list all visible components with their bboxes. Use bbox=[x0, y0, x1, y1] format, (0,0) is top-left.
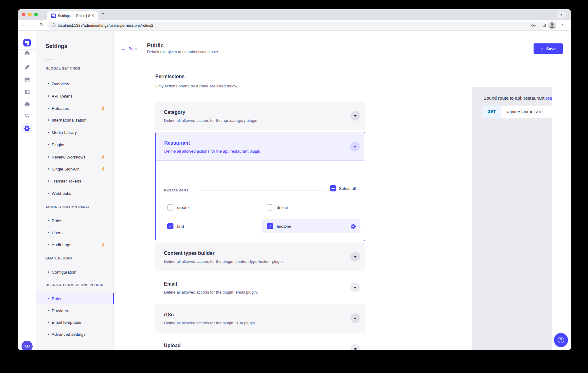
content-manager-feather-icon[interactable] bbox=[24, 64, 30, 70]
expand-chevron-button[interactable] bbox=[350, 344, 360, 350]
sidebar-item-roles-active[interactable]: Roles bbox=[36, 293, 114, 304]
sidebar-item-releases[interactable]: Releases bbox=[36, 102, 114, 114]
select-all-checkbox[interactable] bbox=[330, 185, 336, 191]
expand-chevron-button[interactable] bbox=[350, 283, 360, 292]
select-all-label: Select all bbox=[339, 186, 356, 191]
expand-chevron-button[interactable] bbox=[350, 111, 360, 121]
page-subtitle: Default role given to unauthenticated us… bbox=[147, 50, 219, 54]
sidebar-item-plugins[interactable]: Plugins bbox=[36, 139, 114, 150]
checkbox-delete-label: delete bbox=[277, 205, 288, 210]
close-window-button[interactable] bbox=[22, 13, 26, 16]
checkbox-findone-label: findOne bbox=[277, 224, 291, 229]
sidebar-item-review-workflows[interactable]: Review Workflows bbox=[36, 151, 114, 163]
expand-chevron-button[interactable] bbox=[350, 313, 360, 323]
sidebar-item-audit-logs[interactable]: Audit Logs bbox=[36, 239, 114, 251]
site-info-icon[interactable]: ⓘ bbox=[52, 23, 56, 28]
settings-gear-icon bbox=[24, 125, 30, 131]
accordion-restaurant-header[interactable]: Restaurant Define all allowed actions fo… bbox=[156, 132, 365, 161]
sidebar-item-advanced-settings[interactable]: Advanced settings bbox=[36, 328, 114, 340]
media-library-image-icon[interactable] bbox=[24, 76, 30, 82]
permissions-subtitle: Only actions bound by a route are listed… bbox=[155, 84, 238, 88]
check-icon: ✓ bbox=[541, 46, 544, 51]
checkbox-delete[interactable] bbox=[267, 204, 273, 211]
browser-window: Settings — Roles | Strapi ✕ + ▼ ← → ↻ ⓘ … bbox=[18, 9, 571, 350]
minimize-window-button[interactable] bbox=[28, 13, 32, 16]
home-icon[interactable] bbox=[24, 50, 30, 56]
address-bar[interactable]: ⓘ localhost:1337/admin/settings/users-pe… bbox=[47, 22, 545, 30]
sidebar-item-providers[interactable]: Providers bbox=[36, 305, 114, 316]
save-button[interactable]: ✓Save bbox=[534, 43, 563, 54]
chevron-down-icon bbox=[354, 287, 357, 289]
page-title: Public bbox=[147, 42, 164, 49]
checkbox-find-label: find bbox=[177, 224, 184, 229]
user-avatar[interactable]: KD bbox=[22, 341, 33, 350]
back-icon[interactable]: ← bbox=[22, 22, 26, 27]
forward-icon[interactable]: → bbox=[31, 22, 35, 27]
strapi-app: KD Settings GLOBAL SETTINGS Overview API… bbox=[18, 31, 571, 350]
screen-background: Settings — Roles | Strapi ✕ + ▼ ← → ↻ ⓘ … bbox=[0, 0, 588, 373]
accordion-category[interactable]: Category Define all allowed actions for … bbox=[155, 102, 365, 130]
sidebar-item-admin-roles[interactable]: Roles bbox=[36, 215, 114, 227]
settings-nav-item[interactable] bbox=[22, 123, 32, 133]
restaurant-group-label: RESTAURANT bbox=[164, 188, 189, 192]
route-path: /api/restaurants/:id bbox=[507, 109, 542, 114]
cloud-icon[interactable] bbox=[24, 101, 30, 107]
sidebar-item-single-sign-on[interactable]: Single Sign-On bbox=[36, 163, 114, 175]
new-tab-button[interactable]: + bbox=[101, 10, 105, 17]
section-global-settings: GLOBAL SETTINGS bbox=[46, 66, 80, 71]
sidebar-item-internationalization[interactable]: Internationalization bbox=[36, 114, 114, 126]
divider bbox=[200, 190, 326, 191]
tab-title: Settings — Roles | Strapi bbox=[58, 14, 90, 18]
settings-sidebar: Settings GLOBAL SETTINGS Overview API To… bbox=[36, 31, 114, 350]
checkbox-create-label: create bbox=[177, 205, 189, 210]
accordion-upload[interactable]: Upload bbox=[155, 335, 365, 350]
sidebar-item-users[interactable]: Users bbox=[36, 227, 114, 239]
marketplace-cart-icon[interactable] bbox=[24, 113, 30, 119]
selected-action-row-findone[interactable]: ✓ findOne bbox=[262, 219, 360, 233]
content-type-builder-layout-icon[interactable] bbox=[24, 89, 30, 95]
sidebar-item-overview[interactable]: Overview bbox=[36, 78, 114, 90]
reload-icon[interactable]: ↻ bbox=[40, 22, 44, 28]
bolt-icon bbox=[101, 155, 105, 159]
checkbox-findone[interactable]: ✓ bbox=[267, 223, 273, 229]
strapi-favicon-icon bbox=[51, 14, 56, 18]
settings-sidebar-title: Settings bbox=[46, 43, 67, 50]
maximize-window-button[interactable] bbox=[34, 13, 38, 16]
accordion-restaurant: Restaurant Define all allowed actions fo… bbox=[155, 132, 365, 241]
sidebar-item-configuration[interactable]: Configuration bbox=[36, 266, 114, 278]
checkbox-create[interactable] bbox=[167, 204, 173, 211]
tab-strip: Settings — Roles | Strapi ✕ + ▼ bbox=[18, 9, 571, 20]
sidebar-item-media-library[interactable]: Media Library bbox=[36, 126, 114, 138]
browser-tab[interactable]: Settings — Roles | Strapi ✕ bbox=[47, 11, 98, 20]
strapi-logo[interactable] bbox=[23, 39, 31, 46]
expand-chevron-button[interactable] bbox=[350, 252, 360, 262]
zoom-icon[interactable] bbox=[542, 23, 547, 28]
collapse-chevron-button[interactable] bbox=[350, 142, 360, 151]
password-key-icon[interactable] bbox=[531, 23, 536, 28]
tab-search-chevron-icon[interactable]: ▼ bbox=[557, 11, 566, 18]
browser-menu-icon[interactable]: ⋮ bbox=[560, 22, 565, 27]
accordion-email[interactable]: Email Define all allowed actions for the… bbox=[155, 273, 365, 302]
main-nav-rail: KD bbox=[18, 31, 36, 350]
back-link[interactable]: ←Back bbox=[121, 46, 137, 51]
sidebar-item-transfer-tokens[interactable]: Transfer Tokens bbox=[36, 175, 114, 187]
chevron-down-icon bbox=[354, 318, 357, 319]
help-button[interactable]: ? bbox=[554, 333, 568, 347]
bolt-icon bbox=[101, 167, 105, 171]
checkbox-find[interactable]: ✓ bbox=[167, 223, 173, 229]
question-mark-icon: ? bbox=[558, 337, 564, 343]
chevron-down-icon bbox=[354, 348, 357, 350]
accordion-i18n[interactable]: i18n Define all allowed actions for the … bbox=[155, 304, 365, 333]
browser-toolbar: ← → ↻ ⓘ localhost:1337/admin/settings/us… bbox=[18, 20, 571, 31]
browser-profile-avatar[interactable] bbox=[548, 21, 556, 30]
accordion-content-types-builder[interactable]: Content types builder Define all allowed… bbox=[155, 243, 365, 271]
sidebar-item-webhooks[interactable]: Webhooks bbox=[36, 187, 114, 199]
back-arrow-icon: ← bbox=[121, 46, 126, 51]
sidebar-item-api-tokens[interactable]: API Tokens bbox=[36, 90, 114, 102]
sidebar-item-email-templates[interactable]: Email templates bbox=[36, 316, 114, 328]
bolt-icon bbox=[101, 243, 105, 247]
chevron-up-icon bbox=[353, 146, 356, 147]
action-settings-cog-icon[interactable] bbox=[351, 224, 356, 229]
tab-close-icon[interactable]: ✕ bbox=[91, 13, 94, 18]
http-method-badge: GET bbox=[483, 106, 501, 118]
